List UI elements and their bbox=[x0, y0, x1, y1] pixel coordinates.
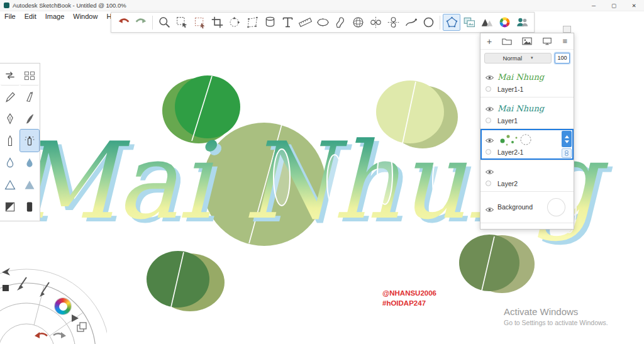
menu-edit[interactable]: Edit bbox=[20, 13, 41, 20]
tool-shape-button[interactable] bbox=[443, 14, 460, 31]
color-wheel-puck[interactable] bbox=[55, 298, 71, 314]
watermark-subtitle: Go to Settings to activate Windows. bbox=[504, 319, 608, 326]
activate-windows-watermark: Activate Windows Go to Settings to activ… bbox=[504, 306, 608, 326]
tool-transform-button[interactable] bbox=[226, 14, 243, 31]
brush-smear-button[interactable] bbox=[1, 152, 19, 174]
layers-panel: +≡ Normal ▾ 100 Mai NhungLayer1-1Mai Nhu… bbox=[480, 33, 574, 230]
tool-accounts-button[interactable] bbox=[513, 14, 531, 31]
layer-name: Layer1-1 bbox=[497, 86, 523, 93]
new-folder-icon[interactable] bbox=[502, 37, 512, 45]
tool-fill-button[interactable] bbox=[261, 14, 279, 31]
puck-play-icon[interactable] bbox=[72, 314, 79, 322]
maximize-button[interactable]: ▢ bbox=[604, 0, 624, 11]
menu-file[interactable]: File bbox=[0, 13, 20, 20]
brush-grid-tool-button[interactable] bbox=[20, 65, 39, 86]
blend-mode-select[interactable]: Normal ▾ bbox=[484, 53, 552, 64]
layer-row-layer1-1[interactable]: Mai NhungLayer1-1 bbox=[480, 66, 574, 97]
tool-gradient-button[interactable] bbox=[478, 14, 496, 31]
tool-symmetry-v-button[interactable] bbox=[367, 14, 384, 31]
watermark-title: Activate Windows bbox=[504, 306, 608, 317]
present-icon[interactable] bbox=[542, 37, 552, 45]
marking-menu-arrow-icon[interactable] bbox=[2, 268, 10, 275]
tool-steady-stroke-button[interactable] bbox=[402, 14, 419, 31]
layer-bullet bbox=[486, 180, 491, 186]
titlebar: Autodesk SketchBook - Untitled @ 100.0% … bbox=[0, 0, 644, 11]
visibility-eye-icon[interactable] bbox=[485, 135, 494, 146]
brush-triangle-filled-button[interactable] bbox=[20, 174, 39, 196]
window-controls: ─ ▢ ✕ bbox=[584, 0, 644, 11]
brush-pencil-button[interactable] bbox=[1, 86, 19, 108]
brush-quill-button[interactable] bbox=[20, 108, 39, 130]
tool-french-curve-button[interactable] bbox=[331, 14, 349, 31]
add-layer-icon[interactable]: + bbox=[487, 37, 492, 46]
layer-row-layer2[interactable]: Layer2 bbox=[480, 160, 574, 192]
credit-line1: @NHANSU2006 bbox=[382, 288, 436, 298]
puck-redo-icon[interactable] bbox=[53, 332, 66, 338]
puck-copy-icon[interactable] bbox=[77, 323, 86, 331]
brush-nib-button[interactable] bbox=[1, 108, 19, 130]
toolbar-separator bbox=[152, 16, 153, 30]
chevron-down-icon: ▾ bbox=[531, 55, 533, 60]
credit-text: @NHANSU2006 #hOIDAP247 bbox=[382, 288, 436, 308]
layer-row-background[interactable]: Background bbox=[480, 192, 574, 223]
brush-grid bbox=[0, 65, 40, 218]
background-thumbnail[interactable] bbox=[548, 199, 565, 216]
corner-puck[interactable] bbox=[0, 262, 107, 344]
panel-menu-icon[interactable]: ≡ bbox=[562, 37, 567, 45]
tool-ruler-button[interactable] bbox=[296, 14, 314, 31]
tool-distort-button[interactable] bbox=[243, 14, 261, 31]
tool-magic-select-button[interactable] bbox=[191, 14, 208, 31]
tool-ellipse-tool-button[interactable] bbox=[419, 14, 437, 31]
brush-knife-button[interactable] bbox=[20, 86, 39, 108]
layer-list: Mai NhungLayer1-1Mai NhungLayer1Layer2-1… bbox=[480, 66, 574, 223]
layer-opacity-input[interactable]: 100 bbox=[555, 53, 570, 64]
selected-layer-controls bbox=[562, 131, 572, 158]
main-toolbar bbox=[111, 12, 535, 33]
close-button[interactable]: ✕ bbox=[624, 0, 644, 11]
tool-redo-button[interactable] bbox=[132, 14, 150, 31]
tool-import-image-button[interactable] bbox=[460, 14, 478, 31]
visibility-eye-icon[interactable] bbox=[485, 72, 494, 83]
layer-bullet bbox=[486, 86, 491, 92]
tool-select-button[interactable] bbox=[173, 14, 191, 31]
blend-row: Normal ▾ 100 bbox=[480, 50, 574, 66]
menu-window[interactable]: Window bbox=[69, 13, 102, 20]
brush-palette bbox=[0, 63, 40, 221]
visibility-eye-icon[interactable] bbox=[485, 166, 494, 177]
layer-bullet bbox=[486, 149, 491, 155]
minimize-button[interactable]: ─ bbox=[584, 0, 604, 11]
layer-lock-icon[interactable] bbox=[562, 148, 572, 158]
menu-image[interactable]: Image bbox=[41, 13, 69, 20]
tool-symmetry-h-button[interactable] bbox=[384, 14, 402, 31]
brush-marker-button[interactable] bbox=[20, 196, 39, 218]
layer-name: Layer2 bbox=[497, 180, 518, 187]
visibility-eye-icon[interactable] bbox=[485, 204, 494, 215]
toolbar-separator bbox=[440, 16, 440, 30]
panel-collapse-button[interactable] bbox=[563, 26, 571, 33]
swatch-icon[interactable] bbox=[3, 285, 9, 291]
layer-preview: Mai Nhung bbox=[497, 101, 544, 116]
brush-move-tool-button[interactable] bbox=[1, 65, 19, 86]
tool-perspective-button[interactable] bbox=[349, 14, 367, 31]
tool-text-button[interactable] bbox=[279, 14, 296, 31]
import-image-icon[interactable] bbox=[522, 37, 532, 45]
layer-row-layer2-1[interactable]: Layer2-1 bbox=[480, 129, 574, 160]
tool-zoom-button[interactable] bbox=[155, 14, 173, 31]
brush-pen-button[interactable] bbox=[1, 130, 19, 152]
visibility-eye-icon[interactable] bbox=[485, 103, 494, 114]
tool-color-wheel-button[interactable] bbox=[496, 14, 513, 31]
layer-preview bbox=[497, 132, 535, 147]
layer-name: Background bbox=[497, 203, 533, 211]
tool-crop-button[interactable] bbox=[208, 14, 226, 31]
brush-gradient-square-button[interactable] bbox=[1, 196, 19, 218]
puck-brush-icon[interactable] bbox=[17, 277, 26, 291]
puck-undo-icon[interactable] bbox=[35, 332, 47, 338]
layer-bullet bbox=[486, 118, 491, 123]
layer-row-layer1[interactable]: Mai NhungLayer1 bbox=[480, 97, 574, 129]
brush-triangle-outline-button[interactable] bbox=[1, 174, 19, 196]
brush-smear-filled-button[interactable] bbox=[20, 152, 39, 174]
layer-move-handle[interactable] bbox=[562, 131, 572, 147]
tool-undo-button[interactable] bbox=[114, 14, 132, 31]
tool-ellipse-guide-button[interactable] bbox=[314, 14, 331, 31]
brush-airbrush-button[interactable] bbox=[20, 130, 39, 152]
